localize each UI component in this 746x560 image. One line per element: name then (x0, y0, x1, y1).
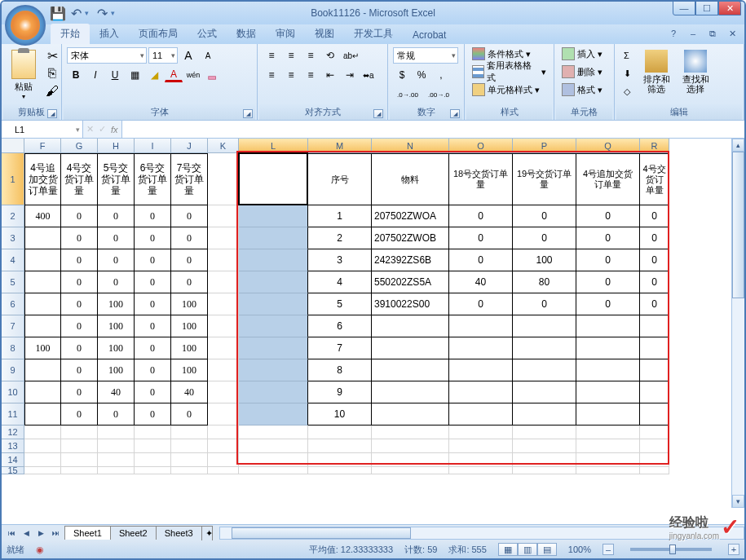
cell[interactable] (171, 467, 208, 474)
bold-button[interactable]: B (67, 67, 85, 83)
cell[interactable] (372, 467, 449, 474)
cell[interactable]: 0 (576, 227, 640, 249)
vscroll-thumb[interactable] (732, 152, 744, 298)
cell-styles-button[interactable]: 单元格样式▾ (468, 82, 550, 98)
cell[interactable] (449, 467, 513, 474)
col-header-I[interactable]: I (135, 139, 171, 153)
cell[interactable]: 0 (61, 249, 98, 271)
cell[interactable] (208, 153, 239, 205)
align-bottom-button[interactable]: ≡ (302, 47, 320, 64)
cell[interactable] (239, 315, 308, 337)
cell[interactable] (135, 467, 171, 474)
cell[interactable] (98, 467, 135, 474)
cell[interactable] (449, 337, 513, 359)
cell[interactable] (239, 439, 308, 453)
cell[interactable]: 0 (98, 271, 135, 293)
cell[interactable]: 0 (171, 403, 208, 426)
cell[interactable]: 0 (61, 359, 98, 381)
tab-data[interactable]: 数据 (227, 24, 266, 44)
format-cells-button[interactable]: 格式▾ (558, 82, 611, 98)
cell[interactable] (171, 439, 208, 453)
font-color-button[interactable]: A (165, 68, 183, 82)
cell[interactable] (61, 467, 98, 474)
col-header-F[interactable]: F (24, 139, 61, 153)
cell[interactable]: 0 (98, 227, 135, 249)
close-button[interactable]: ✕ (718, 1, 741, 15)
zoom-out-button[interactable]: – (603, 544, 614, 555)
cell[interactable]: 0 (135, 249, 171, 271)
currency-button[interactable]: $ (393, 67, 411, 83)
qat-customize[interactable]: ▾ (111, 9, 117, 17)
cell[interactable]: 100 (171, 359, 208, 381)
col-header-O[interactable]: O (449, 139, 513, 153)
zoom-thumb[interactable] (669, 545, 676, 554)
cell[interactable] (640, 381, 669, 403)
row-header-3[interactable]: 3 (2, 227, 24, 249)
cell[interactable]: 0 (135, 271, 171, 293)
cell[interactable]: 0 (640, 293, 669, 315)
cell[interactable] (640, 315, 669, 337)
cell[interactable] (576, 467, 640, 474)
cell[interactable] (61, 426, 98, 439)
view-normal-button[interactable]: ▦ (498, 543, 518, 556)
sheet-tab-2[interactable]: Sheet2 (110, 526, 157, 540)
cell[interactable] (513, 315, 576, 337)
cell[interactable]: 0 (513, 205, 576, 227)
copy-button[interactable]: ⎘ (44, 65, 60, 82)
cell[interactable]: 100 (171, 337, 208, 359)
tab-formulas[interactable]: 公式 (188, 24, 227, 44)
align-center-button[interactable]: ≡ (282, 67, 300, 83)
cell[interactable]: 1 (308, 205, 372, 227)
cell[interactable]: 0 (61, 337, 98, 359)
decrease-indent-button[interactable]: ⇤ (321, 67, 339, 83)
cell[interactable]: 40 (98, 381, 135, 403)
alignment-dialog-launcher[interactable]: ◢ (373, 109, 383, 118)
tab-first[interactable]: ⏮ (5, 527, 18, 540)
cell[interactable]: 0 (449, 249, 513, 271)
cell[interactable]: 0 (135, 227, 171, 249)
align-middle-button[interactable]: ≡ (282, 47, 300, 64)
cell[interactable]: 4号追加交货订单量 (576, 153, 640, 205)
cell[interactable]: 0 (449, 293, 513, 315)
cell[interactable] (576, 426, 640, 439)
tab-prev[interactable]: ◀ (20, 527, 33, 540)
tab-view[interactable]: 视图 (305, 24, 344, 44)
tab-layout[interactable]: 页面布局 (129, 24, 188, 44)
cell[interactable] (576, 315, 640, 337)
cell[interactable]: 0 (135, 315, 171, 337)
cell[interactable] (24, 271, 61, 293)
col-header-J[interactable]: J (171, 139, 208, 153)
cell[interactable] (372, 337, 449, 359)
clipboard-dialog-launcher[interactable]: ◢ (47, 109, 57, 118)
comma-button[interactable]: , (432, 67, 450, 83)
cell[interactable]: 4号追加交货订单量 (24, 153, 61, 205)
cell[interactable]: 8 (308, 359, 372, 381)
cell[interactable] (208, 426, 239, 439)
cell[interactable] (239, 205, 308, 227)
sheet-tab-1[interactable]: Sheet1 (64, 526, 111, 540)
cell[interactable] (239, 467, 308, 474)
row-header-10[interactable]: 10 (2, 381, 24, 403)
cell[interactable]: 0 (135, 381, 171, 403)
cell[interactable] (24, 467, 61, 474)
cell[interactable]: 18号交货订单量 (449, 153, 513, 205)
tab-next[interactable]: ▶ (34, 527, 47, 540)
cell[interactable]: 242392ZS6B (372, 249, 449, 271)
help-icon[interactable]: ? (668, 28, 679, 39)
cell[interactable] (640, 337, 669, 359)
cell[interactable]: 40 (171, 381, 208, 403)
tab-insert[interactable]: 插入 (90, 24, 129, 44)
cut-button[interactable]: ✂ (44, 47, 60, 64)
cell[interactable]: 6号交货订单量 (135, 153, 171, 205)
cell[interactable] (239, 293, 308, 315)
cell[interactable]: 0 (576, 293, 640, 315)
cell[interactable] (513, 403, 576, 426)
cell[interactable] (239, 227, 308, 249)
scroll-down-button[interactable]: ▾ (732, 495, 744, 508)
cell[interactable]: 0 (61, 293, 98, 315)
cell[interactable] (449, 453, 513, 467)
col-header-L[interactable]: L (239, 139, 308, 153)
cell[interactable]: 0 (576, 205, 640, 227)
vertical-scrollbar[interactable]: ▴ ▾ (731, 139, 744, 508)
row-header-6[interactable]: 6 (2, 293, 24, 315)
